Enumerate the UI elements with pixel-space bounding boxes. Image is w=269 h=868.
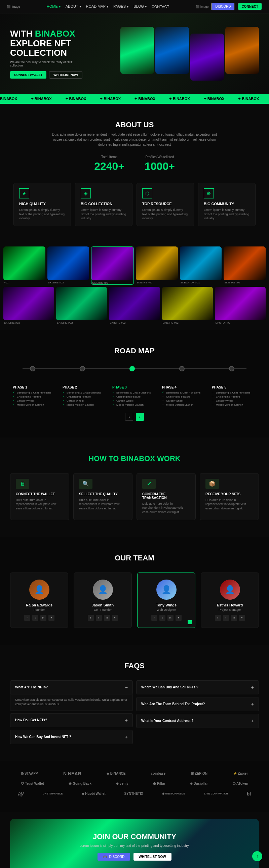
nav-contact[interactable]: CONTACT [152, 5, 169, 9]
globe-icon[interactable]: ● [239, 615, 245, 621]
faq-item-6[interactable]: What Is Your Contract Address ? + [136, 714, 259, 728]
twitter-icon[interactable]: t [96, 615, 102, 621]
ticker-item: BINABOX [0, 97, 17, 101]
facebook-icon[interactable]: f [88, 615, 94, 621]
phase2-dot [80, 366, 85, 371]
jason-avatar: 👤 [93, 580, 113, 600]
stat-profiles: Profiles Whitelisted 1000+ [144, 155, 175, 173]
connect-button[interactable]: CONNECT [238, 3, 262, 10]
tony-name: Tony Wings [141, 603, 191, 607]
howto-steps: 🖥 CONNECT THE WALLET Duis aute irure dol… [10, 473, 259, 520]
nft-card-4[interactable]: SKISIRS #02 [136, 246, 178, 285]
road-prev-button[interactable]: ‹ [125, 413, 133, 421]
hero-text: WITH BINABOX EXPLORE NFT COLLECTION We a… [10, 29, 84, 79]
partner-venly: ◆ venly [116, 782, 128, 785]
feature-high-quality: ★ HIGH QUALITY Lorem ipsum is simply dum… [14, 183, 71, 226]
community-icon: ❋ [204, 188, 214, 198]
receive-icon: 📦 [206, 479, 219, 489]
faq-item-4[interactable]: Who Are The Team Behind The Project? + [136, 697, 259, 711]
nft-card-2[interactable]: SKISIRS #02 [47, 246, 89, 285]
nft-card-10[interactable]: SKISIRS #02 [162, 287, 213, 324]
esther-name: Esther Howard [205, 603, 254, 607]
globe-icon[interactable]: ● [48, 615, 54, 621]
nft-gallery: #01 SKISIRS #02 SKISIRS #02 SKISIRS #02 … [0, 243, 269, 330]
partner-goingback: ◉ Going Back [69, 782, 91, 785]
globe-icon[interactable]: ● [112, 615, 118, 621]
collection-icon: ◈ [81, 188, 91, 198]
nft-card-11[interactable]: SPOTDIR#2 [215, 287, 266, 324]
ralph-name: Ralph Edwards [15, 603, 64, 607]
linkedin-icon[interactable]: in [104, 615, 110, 621]
gallery-row-1: #01 SKISIRS #02 SKISIRS #02 SKISIRS #02 … [3, 246, 266, 285]
nft-card-7[interactable]: SKISIRS #02 [3, 287, 54, 324]
faq-toggle-4: + [251, 702, 254, 707]
nft-card-5[interactable]: SKELATON #01 [180, 246, 222, 285]
ticker-item: ✦ BINABOX [134, 97, 155, 101]
phase-3: PHASE 3 Befrending & Chat Functions Chal… [110, 385, 159, 407]
whitelist-button[interactable]: WHITELIST NOW [49, 71, 82, 79]
howto-section: HOW TO BINABOX WORK 🖥 CONNECT THE WALLET… [0, 437, 269, 537]
faq-grid: What Are The NFTs? − Uma vitae erat sit … [10, 680, 259, 744]
twitter-icon[interactable]: t [159, 615, 165, 621]
facebook-icon[interactable]: f [215, 615, 221, 621]
join-buttons: 🎮 DISCORD WHITELIST NOW [24, 853, 245, 861]
facebook-icon[interactable]: f [151, 615, 157, 621]
esther-role: Project Manager [205, 608, 254, 612]
discord-button[interactable]: DISCORD [211, 3, 235, 10]
feature-top-resource: ⬡ TOP RESOURCE Lorem ipsum is simply dum… [136, 183, 194, 226]
linkedin-icon[interactable]: in [231, 615, 237, 621]
hero-nft-2 [155, 27, 189, 74]
nav-home[interactable]: HOME ▾ [47, 4, 61, 9]
faq-item-2[interactable]: Where We Can Buy And Sell NFTs ? + [136, 680, 259, 694]
join-discord-button[interactable]: 🎮 DISCORD [98, 853, 130, 861]
faq-item-5[interactable]: How We Can Buy And Invest NFT ? + [10, 730, 133, 744]
team-grid: 👤 Ralph Edwards Founder f t in ● 👤 Jason… [10, 572, 259, 628]
linkedin-icon[interactable]: in [167, 615, 173, 621]
join-whitelist-button[interactable]: WHITELIST NOW [134, 853, 171, 861]
nft-card-8[interactable]: SKISIRS #02 [56, 287, 107, 324]
ticker-item: ✦ BINABOX [31, 97, 52, 101]
roadmap-title: ROAD MAP [10, 346, 259, 355]
twitter-icon[interactable]: t [223, 615, 229, 621]
step-select-quality: 🔍 SELLECT THE QUALITY Duis aute irure do… [73, 473, 133, 520]
partner-zerion: ▣ ZERION [191, 772, 208, 775]
partner-livecoin: LIVE COIN WATCH [204, 792, 228, 795]
resource-icon: ⬡ [142, 188, 152, 198]
faq-toggle-6: + [251, 718, 254, 723]
nft-card-9[interactable]: SKISIRS #02 [109, 287, 160, 324]
jason-name: Jason Smith [78, 603, 128, 607]
partner-zapier: ⚡ Zapier [233, 772, 248, 775]
road-phases: PHASE 1 Befrending & Chat Functions Chal… [10, 375, 259, 407]
nft-card-1[interactable]: #01 [3, 246, 45, 285]
facebook-icon[interactable]: f [24, 615, 30, 621]
gallery-row-2: SKISIRS #02 SKISIRS #02 SKISIRS #02 SKIS… [3, 287, 266, 324]
nft-card-6[interactable]: SKISIRS #02 [224, 246, 266, 285]
hero-images [84, 27, 259, 81]
globe-icon[interactable]: ● [176, 615, 182, 621]
ticker-inner: BINABOX ✦ BINABOX ✦ BINABOX ✦ BINABOX ✦ … [0, 97, 269, 101]
hero-section: WITH BINABOX EXPLORE NFT COLLECTION We a… [0, 13, 269, 94]
join-section: JOIN OUR COMMUNITY Lorem ipsum is simply… [10, 819, 259, 868]
partner-pillar: ⬟ Pillar [153, 782, 165, 785]
nav-about[interactable]: ABOUT ▾ [65, 4, 81, 9]
nav-roadmap[interactable]: ROAD MAP ▾ [86, 4, 109, 9]
nft-card-3[interactable]: SKISIRS #02 [91, 246, 134, 285]
scroll-top-button[interactable]: ↑ [252, 851, 262, 861]
team-card-jason: 👤 Jason Smith Co - Founder f t in ● [74, 572, 132, 628]
hero-buttons: CONNECT WALLET WHITELIST NOW [10, 71, 84, 79]
navbar: ⬛ image HOME ▾ ABOUT ▾ ROAD MAP ▾ PAGES … [0, 0, 269, 13]
join-subtitle: Lorem ipsum is simply dummy text of the … [24, 844, 245, 847]
road-next-button[interactable]: › [136, 413, 144, 421]
stat-profiles-value: 1000+ [144, 160, 175, 173]
ticker-item: ✦ BINABOX [100, 97, 121, 101]
hero-title: WITH BINABOX EXPLORE NFT COLLECTION [10, 29, 84, 58]
nav-pages[interactable]: PAGES ▾ [113, 4, 129, 9]
twitter-icon[interactable]: t [32, 615, 38, 621]
connect-wallet-button[interactable]: CONNECT WALLET [10, 71, 46, 79]
faq-item-3[interactable]: How Do I Get NFTs? + [10, 713, 133, 727]
faq-answer-1: Uma vitae erat sit lacus,consectetur ac … [10, 694, 133, 711]
nav-blog[interactable]: BLOG ▾ [134, 4, 147, 9]
faq-col-left: What Are The NFTs? − Uma vitae erat sit … [10, 680, 133, 744]
faq-item-1[interactable]: What Are The NFTs? − [10, 680, 133, 694]
linkedin-icon[interactable]: in [41, 615, 46, 621]
